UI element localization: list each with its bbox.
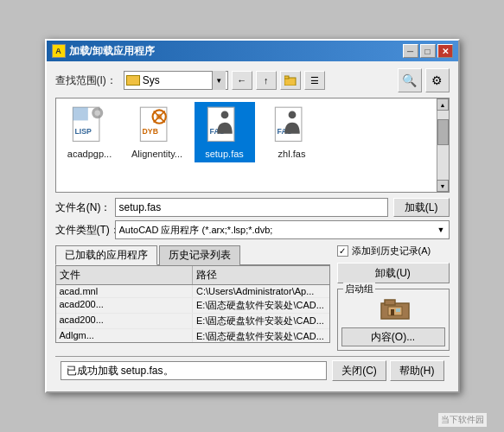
table-cell-file: acad200... <box>56 298 194 313</box>
bottom-section: 已加载的应用程序 历史记录列表 文件 路径 acad.mnlC:\Users\A… <box>55 245 450 351</box>
startup-group: 启动组 内容(O)... <box>337 289 450 351</box>
table-body: acad.mnlC:\Users\Administrator\Ap...acad… <box>56 285 329 343</box>
dialog-close-button[interactable]: 关闭(C) <box>332 360 386 381</box>
title-bar-left: A 加载/卸载应用程序 <box>52 44 155 59</box>
title-bar: A 加载/卸载应用程序 ─ □ ✕ <box>47 41 458 61</box>
scroll-down-button[interactable]: ▼ <box>437 180 449 192</box>
startup-icon <box>380 296 407 321</box>
add-to-history-row: ✓ 添加到历史记录(A) <box>337 245 450 257</box>
fas-setup-file-icon: FAS <box>204 105 246 147</box>
table-row[interactable]: Adlgm...E:\固态硬盘软件安装处\CAD... <box>56 329 329 343</box>
tab-loaded-apps[interactable]: 已加载的应用程序 <box>55 245 157 265</box>
filetype-label: 文件类型(T)： <box>55 223 112 238</box>
tab-history[interactable]: 历史记录列表 <box>159 245 240 265</box>
svg-rect-1 <box>284 76 289 79</box>
right-panel: ✓ 添加到历史记录(A) 卸载(U) 启动组 <box>337 245 450 351</box>
file-browser-scrollbar[interactable]: ▲ ▼ <box>437 98 449 192</box>
filetype-row: 文件类型(T)： AutoCAD 应用程序 (*.arx;*.lsp;*.dvb… <box>55 220 450 239</box>
settings-icon-button[interactable]: ⚙ <box>425 68 450 92</box>
table-row[interactable]: acad200...E:\固态硬盘软件安装处\CAD... <box>56 314 329 329</box>
table-cell-file: Adlgm... <box>56 329 194 343</box>
file-browser: LISP acadpgp... DYB <box>55 98 450 193</box>
file-name-dyb: Alignentity... <box>131 149 182 159</box>
lisp-file-icon: LISP <box>69 105 111 147</box>
filetype-value: AutoCAD 应用程序 (*.arx;*.lsp;*.dvb; <box>119 224 273 237</box>
col-file: 文件 <box>56 266 194 284</box>
combo-dropdown-arrow[interactable]: ▼ <box>212 71 226 90</box>
svg-text:LISP: LISP <box>74 127 92 136</box>
search-label: 查找范围(I)： <box>55 73 117 88</box>
app-icon: A <box>52 44 66 58</box>
filename-input[interactable] <box>115 198 388 217</box>
svg-rect-22 <box>391 309 394 315</box>
file-name-fas-setup: setup.fas <box>205 149 244 159</box>
scroll-track[interactable] <box>437 111 449 180</box>
search-input[interactable] <box>143 74 212 86</box>
filetype-combo[interactable]: AutoCAD 应用程序 (*.arx;*.lsp;*.dvb; ▼ <box>115 220 450 239</box>
status-text: 已成功加载 setup.fas。 <box>61 361 328 380</box>
file-item-fas-setup[interactable]: FAS setup.fas <box>195 102 255 162</box>
startup-group-label: 启动组 <box>343 283 375 295</box>
back-button[interactable]: ← <box>232 71 252 90</box>
main-window: A 加载/卸载应用程序 ─ □ ✕ 查找范围(I)： ▼ ← ↑ <box>45 39 460 393</box>
watermark: 当下软件园 <box>438 413 487 427</box>
up-button[interactable]: ↑ <box>256 71 277 90</box>
table-cell-path: E:\固态硬盘软件安装处\CAD... <box>193 329 329 343</box>
fas-zhl-file-icon: FAS <box>271 105 313 147</box>
file-list: LISP acadpgp... DYB <box>56 98 437 192</box>
folder-button[interactable] <box>280 71 301 90</box>
svg-point-18 <box>288 111 296 119</box>
filename-row: 文件名(N)： 加载(L) <box>55 198 450 217</box>
table-cell-path: C:\Users\Administrator\Ap... <box>193 285 329 297</box>
minimize-button[interactable]: ─ <box>403 44 418 58</box>
filetype-dropdown-arrow[interactable]: ▼ <box>437 226 445 234</box>
svg-point-15 <box>220 111 228 119</box>
bottom-buttons: 关闭(C) 帮助(H) <box>332 360 443 381</box>
close-button[interactable]: ✕ <box>437 44 453 58</box>
title-buttons: ─ □ ✕ <box>403 44 453 58</box>
view-button[interactable]: ☰ <box>304 71 325 90</box>
maximize-button[interactable]: □ <box>420 44 436 58</box>
file-name-fas-zhl: zhl.fas <box>278 149 306 159</box>
help-button[interactable]: 帮助(H) <box>390 360 444 381</box>
svg-rect-23 <box>396 308 400 312</box>
dialog-content: 查找范围(I)： ▼ ← ↑ ☰ 🔍 ⚙ <box>47 61 458 391</box>
loaded-apps-table: 文件 路径 acad.mnlC:\Users\Administrator\Ap.… <box>55 265 330 343</box>
status-bar: 已成功加载 setup.fas。 关闭(C) 帮助(H) <box>55 356 450 384</box>
table-row[interactable]: acad.mnlC:\Users\Administrator\Ap... <box>56 285 329 298</box>
svg-point-6 <box>94 110 100 116</box>
table-row[interactable]: acad200...E:\固态硬盘软件安装处\CAD... <box>56 298 329 314</box>
table-cell-path: E:\固态硬盘软件安装处\CAD... <box>193 314 329 328</box>
search-icon-button[interactable]: 🔍 <box>398 68 422 92</box>
content-button[interactable]: 内容(O)... <box>341 327 445 346</box>
search-combo[interactable]: ▼ <box>124 71 228 90</box>
load-button[interactable]: 加载(L) <box>393 198 450 217</box>
table-cell-path: E:\固态硬盘软件安装处\CAD... <box>193 298 329 313</box>
file-name-lisp: acadpgp... <box>67 149 112 159</box>
col-path: 路径 <box>193 266 329 284</box>
svg-text:DYB: DYB <box>142 127 157 136</box>
table-cell-file: acad.mnl <box>56 285 194 297</box>
file-item-fas-zhl[interactable]: FAS zhl.fas <box>262 102 322 162</box>
folder-icon <box>126 75 140 86</box>
svg-rect-3 <box>73 107 87 120</box>
svg-rect-20 <box>385 300 395 305</box>
add-to-history-checkbox[interactable]: ✓ <box>337 245 348 257</box>
unload-button[interactable]: 卸载(U) <box>337 263 450 283</box>
filename-label: 文件名(N)： <box>55 200 112 215</box>
add-to-history-label: 添加到历史记录(A) <box>352 245 431 257</box>
tabs: 已加载的应用程序 历史记录列表 <box>55 245 330 265</box>
table-header: 文件 路径 <box>56 266 329 285</box>
scroll-thumb[interactable] <box>437 119 449 145</box>
search-row: 查找范围(I)： ▼ ← ↑ ☰ 🔍 ⚙ <box>55 68 450 92</box>
file-item-dyb[interactable]: DYB Alignentity... <box>127 102 188 162</box>
file-item-lisp[interactable]: LISP acadpgp... <box>60 102 120 162</box>
dyb-file-icon: DYB <box>137 105 178 147</box>
window-title: 加载/卸载应用程序 <box>69 44 155 59</box>
table-cell-file: acad200... <box>56 314 194 328</box>
scroll-up-button[interactable]: ▲ <box>437 98 449 111</box>
loaded-apps-panel: 已加载的应用程序 历史记录列表 文件 路径 acad.mnlC:\Users\A… <box>55 245 330 351</box>
